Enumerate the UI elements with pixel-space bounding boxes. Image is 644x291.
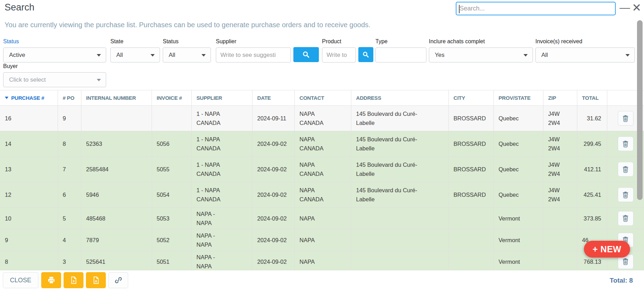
cell-supplier: 1 - NAPA CANADA: [191, 157, 252, 182]
column-header-date[interactable]: DATE: [252, 90, 294, 106]
vertical-scrollbar[interactable]: [637, 20, 643, 200]
table-row[interactable]: 9478795052NAPA - NAPA2024-09-02NAPAVermo…: [0, 229, 644, 251]
table-row[interactable]: 126594650541 - NAPA CANADA2024-09-02NAPA…: [0, 182, 644, 208]
cell-total: 373.85: [577, 208, 607, 229]
cell-internal: 525641: [81, 251, 152, 271]
column-header-internal[interactable]: INTERNAL NUMBER: [81, 90, 152, 106]
cell-purchase: 13: [0, 157, 58, 182]
table-row[interactable]: 1054854685053NAPA - NAPA2024-09-02NAPAVe…: [0, 208, 644, 229]
cell-date: 2024-09-11: [252, 106, 294, 131]
trash-icon: [622, 258, 629, 265]
column-header-purchase[interactable]: PURCHASE #: [0, 90, 58, 106]
invoices-select[interactable]: All: [535, 47, 635, 62]
link-icon: [114, 276, 123, 284]
print-icon: [47, 276, 55, 284]
delete-button[interactable]: [618, 211, 634, 226]
state-select[interactable]: All: [110, 47, 160, 62]
cell-city: BROSSARD: [448, 182, 493, 208]
cell-city: [448, 229, 493, 251]
cell-supplier: NAPA - NAPA: [191, 208, 252, 229]
cell-city: BROSSARD: [448, 157, 493, 182]
cell-supplier: NAPA - NAPA: [191, 229, 252, 251]
table-row[interactable]: 137258548450551 - NAPA CANADA2024-09-02N…: [0, 157, 644, 182]
type-input[interactable]: [375, 47, 426, 62]
cell-internal: 7879: [81, 229, 152, 251]
cell-po: 7: [58, 157, 81, 182]
purchase-table: PURCHASE ## POINTERNAL NUMBERINVOICE #SU…: [0, 90, 644, 270]
cell-invoice: 5055: [152, 157, 191, 182]
delete-button[interactable]: [618, 162, 634, 177]
column-header-po[interactable]: # PO: [58, 90, 81, 106]
status2-select[interactable]: All: [163, 47, 211, 62]
cell-supplier: 1 - NAPA CANADA: [191, 106, 252, 131]
search-input[interactable]: [456, 2, 615, 15]
filter-inclure: Inclure achats complet Yes: [429, 38, 533, 62]
cell-internal: 485468: [81, 208, 152, 229]
buyer-select[interactable]: Click to select: [3, 72, 106, 87]
column-header-invoice[interactable]: INVOICE #: [152, 90, 191, 106]
cell-purchase: 14: [0, 131, 58, 157]
trash-icon: [622, 140, 629, 148]
cell-invoice: [152, 106, 191, 131]
cell-invoice: 5056: [152, 131, 191, 157]
column-header-zip[interactable]: ZIP: [543, 90, 577, 106]
delete-button[interactable]: [618, 136, 634, 151]
product-input[interactable]: [322, 47, 356, 62]
cell-address: 145 Boulevard du Curé-Labelle: [351, 182, 448, 208]
cell-po: 6: [58, 182, 81, 208]
print-button[interactable]: [41, 272, 61, 288]
close-button[interactable]: CLOSE: [3, 272, 38, 288]
cell-total: 425.41: [577, 182, 607, 208]
new-button[interactable]: + NEW: [584, 241, 630, 258]
filter-status-2: Status All: [163, 38, 211, 62]
minimize-icon[interactable]: —: [619, 0, 631, 15]
column-header-city[interactable]: CITY: [448, 90, 493, 106]
footer-toolbar: CLOSE x a: [0, 270, 644, 291]
product-search-button[interactable]: [358, 47, 373, 62]
type-label: Type: [375, 38, 426, 45]
close-icon[interactable]: ✕: [631, 0, 643, 15]
export-excel-button[interactable]: x: [64, 272, 83, 288]
inclure-select[interactable]: Yes: [429, 47, 533, 62]
search-icon: [363, 51, 369, 58]
supplier-label: Supplier: [216, 38, 291, 45]
supplier-search-button[interactable]: [293, 47, 319, 62]
column-header-prov[interactable]: PROV/STATE: [493, 90, 543, 106]
supplier-input[interactable]: [216, 47, 291, 62]
column-header-contact[interactable]: CONTACT: [294, 90, 351, 106]
column-header-total[interactable]: TOTAL: [577, 90, 607, 106]
table-row[interactable]: 1485236350561 - NAPA CANADA2024-09-02NAP…: [0, 131, 644, 157]
export-pdf-button[interactable]: a: [86, 272, 106, 288]
cell-invoice: 5051: [152, 251, 191, 271]
cell-address: 145 Boulevard du Curé-Labelle: [351, 157, 448, 182]
search-icon: [302, 51, 310, 58]
cell-prov: Vermont: [493, 208, 543, 229]
table-row[interactable]: 1691 - NAPA CANADA2024-09-11NAPA CANADA1…: [0, 106, 644, 131]
cell-purchase: 8: [0, 251, 58, 271]
cell-invoice: 5052: [152, 229, 191, 251]
info-banner: You are currently viewing the purchase l…: [5, 21, 371, 29]
cell-supplier: 1 - NAPA CANADA: [191, 131, 252, 157]
svg-text:a: a: [95, 279, 97, 283]
cell-city: [448, 208, 493, 229]
cell-address: [351, 229, 448, 251]
trash-icon: [622, 115, 629, 122]
cell-invoice: 5053: [152, 208, 191, 229]
status-select[interactable]: Active: [3, 47, 106, 62]
table-row[interactable]: 835256415051NAPA - NAPA2024-09-02NAPAVer…: [0, 251, 644, 271]
filter-product: Product: [322, 38, 356, 62]
cell-purchase: 12: [0, 182, 58, 208]
cell-actions: [607, 208, 644, 229]
column-header-supplier[interactable]: SUPPLIER: [191, 90, 252, 106]
pdf-export-icon: a: [92, 276, 100, 284]
filter-supplier: Supplier: [216, 38, 291, 62]
copy-link-button[interactable]: [108, 272, 128, 288]
cell-internal: [81, 106, 152, 131]
cell-date: 2024-09-02: [252, 208, 294, 229]
delete-button[interactable]: [618, 111, 634, 126]
cell-date: 2024-09-02: [252, 251, 294, 271]
delete-button[interactable]: [618, 187, 634, 202]
cell-zip: [543, 251, 577, 271]
cell-prov: Quebec: [493, 157, 543, 182]
column-header-address[interactable]: ADDRESS: [351, 90, 448, 106]
